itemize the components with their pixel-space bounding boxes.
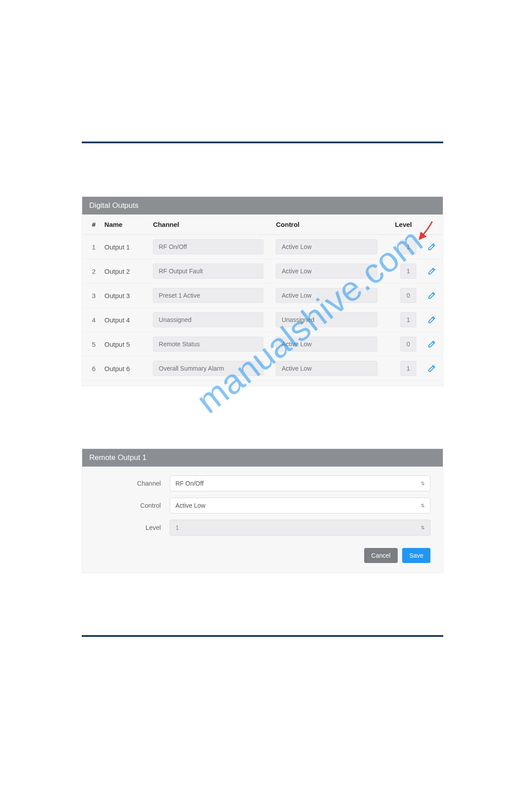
cell-control: Active Low: [271, 259, 385, 283]
cell-edit: [421, 259, 443, 283]
chevron-updown-icon: ⇅: [421, 503, 425, 509]
table-row: 1Output 1RF On/OffActive Low1: [82, 235, 443, 259]
form-row-channel: Channel RF On/Off ⇅: [95, 475, 430, 491]
cell-edit: [421, 356, 443, 381]
table-header-row: # Name Channel Control Level: [82, 214, 443, 235]
cell-num: 1: [82, 235, 100, 259]
channel-field[interactable]: Preset 1 Active: [153, 288, 263, 303]
cell-edit: [421, 308, 443, 332]
chevron-updown-icon: ⇅: [421, 525, 425, 531]
cell-num: 5: [82, 332, 100, 356]
outputs-table: # Name Channel Control Level 1Output 1RF…: [82, 214, 443, 381]
th-num: #: [82, 214, 100, 235]
cell-name: Output 1: [100, 235, 148, 259]
cell-channel: Remote Status: [148, 332, 271, 356]
channel-field[interactable]: RF Output Fault: [153, 264, 263, 279]
edit-icon[interactable]: [426, 314, 438, 326]
header-rule: [82, 142, 443, 143]
cell-control: Active Low: [271, 283, 385, 308]
level-value: 1: [175, 524, 179, 531]
th-channel: Channel: [148, 214, 271, 235]
table-row: 3Output 3Preset 1 ActiveActive Low0: [82, 283, 443, 308]
level-field[interactable]: 0: [400, 337, 416, 352]
remote-output-panel: Remote Output 1 Channel RF On/Off ⇅ Cont…: [82, 448, 443, 573]
channel-field[interactable]: Unassigned: [153, 312, 263, 327]
channel-field[interactable]: RF On/Off: [153, 239, 263, 254]
level-readonly: 1 ⇅: [170, 520, 430, 536]
level-label: Level: [95, 524, 170, 531]
edit-icon[interactable]: [426, 265, 438, 277]
control-field[interactable]: Active Low: [276, 264, 377, 279]
digital-outputs-panel: Digital Outputs # Name Channel Control L…: [82, 196, 443, 387]
chevron-updown-icon: ⇅: [421, 481, 425, 486]
form-row-level: Level 1 ⇅: [95, 520, 430, 536]
control-field[interactable]: Active Low: [276, 337, 377, 352]
cell-num: 2: [82, 259, 100, 283]
cell-channel: RF Output Fault: [148, 259, 271, 283]
control-field[interactable]: Active Low: [276, 288, 377, 303]
table-row: 4Output 4UnassignedUnassigned1: [82, 308, 443, 332]
cell-level: 0: [385, 283, 421, 308]
channel-field[interactable]: Overall Summary Alarm: [153, 361, 263, 376]
cell-name: Output 3: [100, 283, 148, 308]
cell-level: 1: [385, 235, 421, 259]
level-field[interactable]: 1: [400, 239, 416, 254]
th-control: Control: [271, 214, 385, 235]
th-name: Name: [100, 214, 148, 235]
channel-value: RF On/Off: [175, 480, 204, 487]
table-row: 2Output 2RF Output FaultActive Low1: [82, 259, 443, 283]
cell-num: 4: [82, 308, 100, 332]
form-row-control: Control Active Low ⇅: [95, 498, 430, 513]
level-field[interactable]: 0: [400, 288, 416, 303]
cell-channel: RF On/Off: [148, 235, 271, 259]
cell-name: Output 4: [100, 308, 148, 332]
cell-name: Output 2: [100, 259, 148, 283]
cell-control: Active Low: [271, 356, 385, 381]
level-field[interactable]: 1: [400, 361, 416, 376]
cell-num: 3: [82, 283, 100, 308]
cell-channel: Unassigned: [148, 308, 271, 332]
table-row: 5Output 5Remote StatusActive Low0: [82, 332, 443, 356]
cell-edit: [421, 235, 443, 259]
cell-channel: Preset 1 Active: [148, 283, 271, 308]
control-label: Control: [95, 502, 170, 509]
control-field[interactable]: Active Low: [276, 361, 377, 376]
cell-num: 6: [82, 356, 100, 381]
cell-channel: Overall Summary Alarm: [148, 356, 271, 381]
edit-icon[interactable]: [426, 289, 438, 302]
cell-edit: [421, 283, 443, 308]
channel-label: Channel: [95, 480, 170, 487]
level-field[interactable]: 1: [400, 312, 416, 327]
cell-level: 1: [385, 356, 421, 381]
control-select[interactable]: Active Low ⇅: [170, 498, 430, 513]
level-field[interactable]: 1: [400, 264, 416, 279]
form-panel-title: Remote Output 1: [82, 449, 443, 467]
cell-control: Active Low: [271, 332, 385, 356]
cell-control: Active Low: [271, 235, 385, 259]
cell-control: Unassigned: [271, 308, 385, 332]
edit-icon[interactable]: [426, 362, 438, 375]
th-edit: [421, 214, 443, 235]
channel-select[interactable]: RF On/Off ⇅: [170, 475, 430, 491]
control-field[interactable]: Unassigned: [276, 312, 377, 327]
control-value: Active Low: [175, 502, 205, 509]
save-button[interactable]: Save: [402, 548, 430, 563]
edit-icon[interactable]: [426, 241, 438, 253]
control-field[interactable]: Active Low: [276, 239, 377, 254]
th-level: Level: [385, 214, 421, 235]
cell-level: 1: [385, 259, 421, 283]
cell-level: 1: [385, 308, 421, 332]
table-row: 6Output 6Overall Summary AlarmActive Low…: [82, 356, 443, 381]
edit-icon[interactable]: [426, 338, 438, 350]
cell-name: Output 5: [100, 332, 148, 356]
channel-field[interactable]: Remote Status: [153, 337, 263, 352]
cell-level: 0: [385, 332, 421, 356]
footer-rule: [82, 635, 443, 637]
cancel-button[interactable]: Cancel: [364, 548, 398, 563]
cell-edit: [421, 332, 443, 356]
form-actions: Cancel Save: [82, 545, 443, 567]
cell-name: Output 6: [100, 356, 148, 381]
panel-title: Digital Outputs: [82, 197, 443, 214]
